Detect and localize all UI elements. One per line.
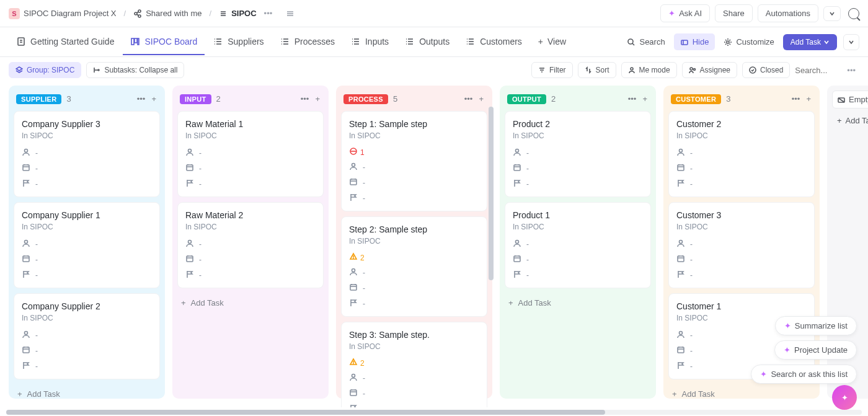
ai-fab-button[interactable]: ✦ [832,385,857,407]
tab-getting-started[interactable]: Getting Started Guide [9,29,122,55]
assignee-field[interactable]: - [676,145,807,161]
filter-button[interactable]: Filter [531,62,573,78]
assignee-field[interactable]: - [22,236,152,252]
date-field[interactable]: - [513,161,643,176]
date-field[interactable]: - [22,161,152,176]
priority-field[interactable]: - [676,176,807,192]
ai-update-button[interactable]: ✦Project Update [774,340,857,360]
subtasks-pill[interactable]: Subtasks: Collapse all [86,62,184,78]
search-button[interactable]: Search [621,33,671,50]
task-card[interactable]: Customer 2In SIPOC--- [668,111,815,197]
priority-field[interactable]: - [185,176,316,192]
task-card[interactable]: Step 3: Sample step.In SIPOC2--- [341,322,487,407]
add-task-row[interactable]: +Add Task [14,384,160,404]
tab-customers[interactable]: Customers [458,29,529,55]
column-more-icon[interactable]: ••• [790,93,802,105]
task-card[interactable]: Product 1In SIPOC--- [505,202,651,288]
column-add-icon[interactable]: + [150,93,157,105]
assignee-field[interactable]: - [349,159,479,175]
priority-field[interactable]: - [185,267,316,283]
ask-ai-button[interactable]: ✦Ask AI [660,4,710,22]
assignee-field[interactable]: - [513,236,643,252]
tab-processes[interactable]: Processes [273,29,342,55]
blocker-badge[interactable]: 2 [349,250,479,265]
task-card[interactable]: Step 2: Sample stepIn SIPOC2--- [341,216,487,317]
customize-button[interactable]: Customize [717,33,780,50]
tab-outputs[interactable]: Outputs [397,29,457,55]
column-more-icon[interactable]: ••• [463,93,474,105]
project-icon[interactable]: S [9,8,20,19]
add-view-button[interactable]: +View [531,29,574,55]
assignee-field[interactable]: - [22,145,152,161]
add-task-row[interactable]: +Add Task [505,293,651,312]
priority-field[interactable]: - [513,176,643,192]
column-more-icon[interactable]: ••• [136,93,147,105]
column-more-icon[interactable]: ••• [299,93,311,105]
date-field[interactable]: - [185,161,316,176]
sort-button[interactable]: Sort [578,62,616,78]
tab-sipoc-board[interactable]: SIPOC Board [123,29,205,55]
automations-dropdown[interactable] [823,6,841,21]
assignee-button[interactable]: Assignee [682,62,737,78]
priority-field[interactable]: - [22,176,152,192]
share-button[interactable]: Share [715,4,753,22]
more-icon[interactable]: ••• [843,66,859,75]
assignee-field[interactable]: - [513,145,643,161]
me-mode-button[interactable]: Me mode [621,62,677,78]
search-input[interactable] [795,66,838,75]
closed-button[interactable]: Closed [742,62,790,78]
column-add-icon[interactable]: + [477,93,485,105]
assignee-field[interactable]: - [22,327,152,343]
breadcrumb-list[interactable]: SIPOC [231,9,256,18]
date-field[interactable]: - [22,252,152,267]
task-card[interactable]: Company Supplier 1In SIPOC--- [14,202,160,288]
ai-search-button[interactable]: ✦Search or ask this list [751,365,857,384]
task-card[interactable]: Product 2In SIPOC--- [505,111,651,197]
priority-field[interactable]: - [349,190,479,206]
task-card[interactable]: Raw Material 1In SIPOC--- [177,111,324,197]
column-more-icon[interactable]: ••• [627,93,638,105]
date-field[interactable]: - [676,161,807,176]
task-card[interactable]: Step 1: Sample stepIn SIPOC1--- [341,111,487,211]
tab-inputs[interactable]: Inputs [343,29,396,55]
priority-field[interactable]: - [349,296,479,311]
breadcrumb-shared[interactable]: Shared with me [146,9,202,18]
blocker-badge[interactable]: 2 [349,356,479,370]
date-field[interactable]: - [349,280,479,296]
add-task-row[interactable]: +Add Task [177,293,324,312]
expand-button[interactable] [843,34,859,50]
automations-button[interactable]: Automations [758,4,818,22]
priority-field[interactable]: - [22,358,152,374]
blocker-badge[interactable]: 1 [349,145,479,159]
scrollbar[interactable] [489,107,494,280]
task-card[interactable]: Company Supplier 2In SIPOC--- [14,293,160,379]
breadcrumb-project[interactable]: SIPOC Diagram Project X [24,9,117,18]
task-card[interactable]: Raw Material 2In SIPOC--- [177,202,324,288]
priority-field[interactable]: - [349,401,479,407]
global-search-icon[interactable] [848,8,859,19]
column-add-icon[interactable]: + [314,93,321,105]
empty-status[interactable]: Empty [832,91,868,108]
date-field[interactable]: - [513,252,643,267]
priority-field[interactable]: - [22,267,152,283]
hide-button[interactable]: Hide [674,33,715,50]
add-task-empty[interactable]: +Add Ta [832,112,868,129]
group-pill[interactable]: Group: SIPOC [9,62,81,78]
assignee-field[interactable]: - [349,265,479,280]
priority-field[interactable]: - [676,267,807,283]
date-field[interactable]: - [676,252,807,267]
assignee-field[interactable]: - [349,370,479,386]
date-field[interactable]: - [349,386,479,401]
column-add-icon[interactable]: + [641,93,649,105]
task-card[interactable]: Customer 3In SIPOC--- [668,202,815,288]
date-field[interactable]: - [349,175,479,190]
task-card[interactable]: Company Supplier 3In SIPOC--- [14,111,160,197]
assignee-field[interactable]: - [185,145,316,161]
ai-summarize-button[interactable]: ✦Summarize list [775,316,857,335]
breadcrumb-more-icon[interactable]: ••• [260,9,277,18]
menu-icon[interactable] [286,9,294,18]
priority-field[interactable]: - [513,267,643,283]
assignee-field[interactable]: - [185,236,316,252]
date-field[interactable]: - [22,343,152,358]
date-field[interactable]: - [185,252,316,267]
